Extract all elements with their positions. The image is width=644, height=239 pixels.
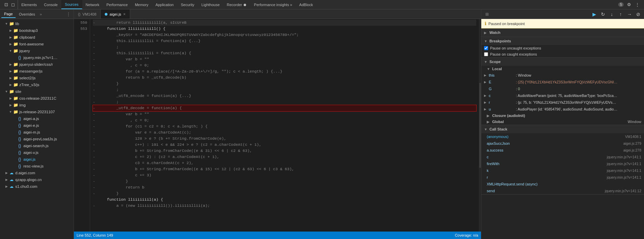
tree-item[interactable]: ▼📁jquery bbox=[0, 47, 74, 54]
tree-item[interactable]: ▶📁clipboard bbox=[0, 34, 74, 41]
tree-item[interactable]: {}aigei.js bbox=[0, 156, 74, 163]
scope-entry-r[interactable]: ▶ r : {p: 75, b: 'Y0NzL21XbHd1YkZ3S3orWm… bbox=[481, 99, 644, 106]
tree-item[interactable]: ▶📁zTree_v3/js bbox=[0, 81, 74, 88]
tree-item[interactable]: {}aigei-a.js bbox=[0, 115, 74, 122]
tree-item[interactable]: ▶☁qzapp.qlogo.cn bbox=[0, 176, 74, 183]
tree-item[interactable]: ▼📁lib bbox=[0, 20, 74, 27]
tab-overrides[interactable]: Overrides bbox=[16, 11, 38, 18]
diff-marker: - bbox=[93, 62, 98, 68]
step-button[interactable]: → bbox=[626, 11, 633, 18]
call-stack-entry[interactable]: fireWithjquery.min.js?v=141:1 bbox=[481, 160, 644, 167]
tab-perf-insights[interactable]: Performance insights » bbox=[250, 0, 296, 9]
call-stack-entry[interactable]: sendjquery.min.js?v=141:12 bbox=[481, 187, 644, 194]
tree-item[interactable]: {}jquery.min.js?v=1… bbox=[0, 54, 74, 61]
gear-icon[interactable]: ⚙ bbox=[626, 2, 632, 7]
line-text: a = (new lliiiiiiiill()).ilii111llii(a); bbox=[98, 203, 476, 209]
editor-tab-aigei[interactable]: aigei.js × bbox=[101, 9, 130, 19]
folder-icon: 📁 bbox=[13, 75, 18, 81]
pause-caught-checkbox[interactable] bbox=[484, 52, 488, 56]
tree-item[interactable]: ▶📁img bbox=[0, 102, 74, 108]
step-into-button[interactable]: ↓ bbox=[608, 11, 616, 18]
tree-item[interactable]: {}aigei-e.js bbox=[0, 122, 74, 129]
tree-item[interactable]: ▶📁font-awesome bbox=[0, 41, 74, 47]
code-line: function lliiiiiiil(a) { bbox=[93, 197, 476, 203]
tree-item[interactable]: ▶📁messenger/js bbox=[0, 68, 74, 75]
breakpoints-header[interactable]: ▼ Breakpoints bbox=[481, 37, 644, 45]
call-stack-header[interactable]: ▼ Call Stack bbox=[481, 125, 644, 133]
call-stack-entry[interactable]: XMLHttpRequest.send (async) bbox=[481, 181, 644, 187]
tree-item[interactable]: ▶📁jqueryui-slider/css/r bbox=[0, 61, 74, 68]
dots-icon[interactable]: ⋮ bbox=[635, 2, 640, 7]
call-stack-entry[interactable]: (anonymous)VM1408:1 bbox=[481, 133, 644, 140]
tree-item[interactable]: ▶☁d.aigei.com bbox=[0, 170, 74, 176]
diff-marker: - bbox=[93, 203, 98, 209]
scope-entry-this[interactable]: ▶ this : Window bbox=[481, 72, 644, 79]
call-stack-title: Call Stack bbox=[489, 127, 507, 131]
tab-application[interactable]: Application bbox=[152, 0, 178, 9]
step-out-button[interactable]: ↑ bbox=[617, 11, 624, 18]
pause-caught-label: Pause on caught exceptions bbox=[490, 52, 537, 56]
tab-network[interactable]: Network bbox=[82, 0, 103, 9]
scope-entry-E[interactable]: ▶ E : (25) ['Y0NzL21XbHd1YkZ3S3orWmFYQjV… bbox=[481, 79, 644, 85]
tab-page[interactable]: Page bbox=[1, 11, 16, 18]
cloud-arrow-icon: ▶ bbox=[4, 185, 9, 188]
tab-recorder[interactable]: Recorder ⏺ bbox=[223, 0, 250, 9]
tree-item[interactable]: ▶☁s1.chu0.com bbox=[0, 183, 74, 190]
scope-entry-c[interactable]: ▶ c : AudioWaveParam {point: 75, audioWa… bbox=[481, 92, 644, 99]
tree-item-label: clipboard bbox=[19, 35, 35, 39]
tab-lighthouse[interactable]: Lighthouse bbox=[198, 0, 223, 9]
c-val: : AudioWaveParam {point: 75, audioWaveBa… bbox=[516, 94, 618, 98]
call-stack-entry[interactable]: ajaxSuccJsonaigei.js:279 bbox=[481, 140, 644, 147]
call-stack-entry[interactable]: cjquery.min.js?v=141:1 bbox=[481, 154, 644, 160]
square-icon[interactable]: ◻ bbox=[10, 2, 16, 7]
resume-button[interactable]: ▶ bbox=[590, 11, 598, 18]
code-line: - b += String.fromCharCode((e & 31) << 6… bbox=[93, 148, 476, 154]
tab-performance[interactable]: Performance bbox=[103, 0, 132, 9]
scope-header[interactable]: ▼ Scope bbox=[481, 58, 644, 66]
cursor-icon[interactable]: ⊡ bbox=[3, 2, 9, 7]
tab-more[interactable]: » bbox=[38, 12, 43, 16]
tree-item[interactable]: ▼📁site bbox=[0, 88, 74, 95]
call-stack-entry[interactable]: a.successaigei.js:278 bbox=[481, 147, 644, 154]
tree-item[interactable]: ▶📁css-release-202311C bbox=[0, 95, 74, 102]
tab-security[interactable]: Security bbox=[177, 0, 198, 9]
panel-settings-icon[interactable]: ⋮ bbox=[65, 12, 72, 17]
tree-item[interactable]: ▼📁js-release-20231107 bbox=[0, 108, 74, 115]
local-scope-header[interactable]: ▼ Local bbox=[481, 66, 644, 72]
code-line: - this.ilii111llii = function(a) { bbox=[93, 50, 476, 56]
tab-sources[interactable]: Sources bbox=[61, 0, 82, 9]
center-panel: {} VM1408 aigei.js × 550553 - return lli… bbox=[74, 9, 481, 239]
diff-marker: - bbox=[93, 111, 98, 117]
tree-item[interactable]: {}resc-view.js bbox=[0, 163, 74, 170]
code-line: - this.ilii111llii = function(a) {...} bbox=[93, 38, 476, 44]
tree-item[interactable]: ▶📁bootstrap3 bbox=[0, 27, 74, 34]
step-over-button[interactable]: ↻ bbox=[599, 11, 607, 18]
tab-memory[interactable]: Memory bbox=[132, 0, 152, 9]
tab-adblock[interactable]: AdBlock bbox=[296, 0, 317, 9]
tab-elements[interactable]: Elements bbox=[18, 0, 41, 9]
tree-item[interactable]: {}aigei-prevLoadJs.js bbox=[0, 136, 74, 142]
code-line: - ; bbox=[93, 99, 476, 105]
global-scope-header[interactable]: ▶ Global Window bbox=[481, 119, 644, 125]
code-content[interactable]: - return lliiiiiiiill(a, sIcUreB functio… bbox=[90, 19, 479, 232]
minimap-toggle-button[interactable]: ⊞ bbox=[483, 11, 491, 18]
tree-item[interactable]: {}aigei-search.js bbox=[0, 142, 74, 149]
pause-uncaught-checkbox[interactable] bbox=[484, 46, 488, 50]
scope-entry-G[interactable]: ▶ G : 0 bbox=[481, 85, 644, 92]
scope-entry-u[interactable]: ▶ u : AudioPlayer {id: '45854796', audio… bbox=[481, 106, 644, 113]
watch-header[interactable]: ▶ Watch bbox=[481, 28, 644, 37]
closure-scope-header[interactable]: ▶ Closure (audioInit) bbox=[481, 113, 644, 119]
tree-item[interactable]: {}aigei-v.js bbox=[0, 149, 74, 156]
call-stack-entry[interactable]: rjquery.min.js?v=141:1 bbox=[481, 174, 644, 181]
tab-console[interactable]: Console bbox=[41, 0, 61, 9]
close-tab-button[interactable]: × bbox=[123, 12, 126, 16]
tree-item-label: font-awesome bbox=[19, 42, 44, 46]
line-text: c3 = a.charCodeAt(c + 2), bbox=[98, 160, 476, 166]
deactivate-button[interactable]: ⊘ bbox=[635, 11, 642, 18]
call-stack-entry[interactable]: kjquery.min.js?v=141:1 bbox=[481, 167, 644, 174]
line-text: , c = 0; bbox=[98, 62, 476, 68]
editor-tab-vm1408[interactable]: {} VM1408 bbox=[74, 9, 101, 19]
tree-item[interactable]: ▶📁select2/js bbox=[0, 75, 74, 81]
line-numbers: 550553 bbox=[74, 19, 90, 232]
tree-item[interactable]: {}aigei-m.js bbox=[0, 129, 74, 136]
